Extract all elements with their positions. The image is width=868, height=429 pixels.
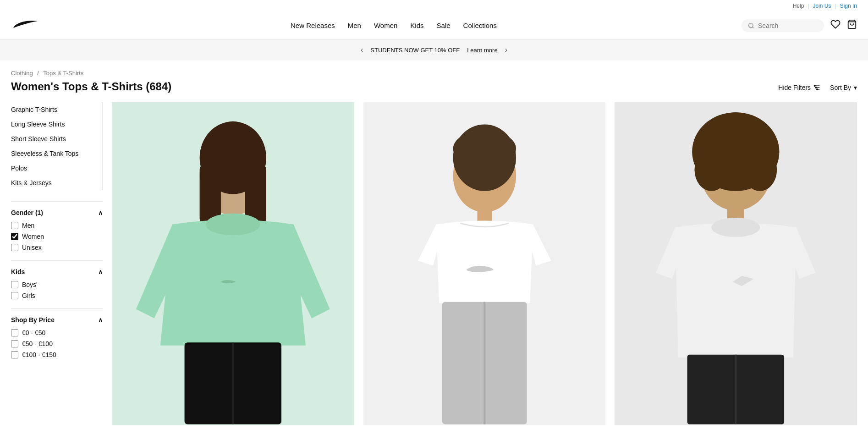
- price-100-150-label: €100 - €150: [22, 351, 56, 358]
- nav-sale[interactable]: Sale: [437, 22, 450, 29]
- product-card-2[interactable]: Just In Nike Sportswear Swoosh Women's S…: [363, 102, 606, 429]
- gender-filter-section: Gender (1) ∧ Men Women Unisex: [11, 201, 103, 251]
- price-filter-section: Shop By Price ∧ €0 - €50 €50 - €100 €100…: [11, 308, 103, 358]
- gender-women-checkbox[interactable]: [11, 233, 18, 240]
- price-filter-header[interactable]: Shop By Price ∧: [11, 316, 103, 324]
- svg-rect-22: [477, 205, 492, 222]
- gender-women-label: Women: [22, 233, 44, 240]
- divider-1: |: [808, 3, 809, 9]
- nike-swoosh-icon: [11, 20, 38, 30]
- help-link[interactable]: Help: [793, 3, 804, 9]
- price-collapse-icon: ∧: [98, 316, 103, 324]
- kids-girls-label: Girls: [22, 292, 35, 299]
- kids-option-girls[interactable]: Girls: [11, 292, 103, 299]
- svg-rect-12: [200, 164, 221, 224]
- hide-filters-button[interactable]: Hide Filters: [778, 84, 821, 91]
- gender-unisex-checkbox[interactable]: [11, 244, 18, 251]
- search-bar[interactable]: [742, 19, 824, 32]
- search-input[interactable]: [758, 22, 818, 29]
- price-option-50-100[interactable]: €50 - €100: [11, 340, 103, 347]
- price-0-50-label: €0 - €50: [22, 329, 45, 336]
- price-50-100-checkbox[interactable]: [11, 340, 18, 347]
- kids-filter-header[interactable]: Kids ∧: [11, 268, 103, 275]
- gender-option-men[interactable]: Men: [11, 222, 103, 229]
- nike-logo[interactable]: [11, 20, 38, 31]
- svg-point-32: [712, 218, 760, 237]
- header-actions: [742, 19, 857, 32]
- gender-collapse-icon: ∧: [98, 209, 103, 216]
- sidebar-item-kits-jerseys[interactable]: Kits & Jerseys: [11, 176, 102, 190]
- product-model-2: [363, 102, 606, 425]
- sidebar: Graphic T-Shirts Long Sleeve Shirts Shor…: [11, 102, 112, 429]
- sidebar-item-graphic-tshirts[interactable]: Graphic T-Shirts: [11, 102, 102, 117]
- nav-women[interactable]: Women: [374, 22, 397, 29]
- product-model-3: [615, 102, 857, 425]
- price-option-100-150[interactable]: €100 - €150: [11, 351, 103, 358]
- product-card-1[interactable]: Just In Nike Sportswear Essential Women'…: [112, 102, 354, 429]
- nav-collections[interactable]: Collections: [463, 22, 497, 29]
- join-us-link[interactable]: Join Us: [813, 3, 831, 9]
- kids-boys-checkbox[interactable]: [11, 281, 18, 288]
- gender-option-unisex[interactable]: Unisex: [11, 244, 103, 251]
- nav-new-releases[interactable]: New Releases: [291, 22, 335, 29]
- category-nav: Graphic T-Shirts Long Sleeve Shirts Shor…: [11, 102, 103, 190]
- filter-icon: [813, 84, 821, 91]
- svg-point-8: [817, 89, 818, 90]
- bag-icon[interactable]: [847, 19, 857, 32]
- sort-by-button[interactable]: Sort By ▾: [830, 84, 857, 91]
- svg-point-0: [749, 23, 753, 27]
- sort-by-chevron-icon: ▾: [854, 84, 857, 91]
- wishlist-icon[interactable]: [830, 19, 841, 32]
- price-filter-label: Shop By Price: [11, 316, 55, 324]
- page-container: Clothing / Tops & T-Shirts Women's Tops …: [0, 60, 868, 429]
- gender-option-women[interactable]: Women: [11, 233, 103, 240]
- gender-filter-header[interactable]: Gender (1) ∧: [11, 209, 103, 216]
- kids-filter-label: Kids: [11, 268, 25, 275]
- learn-more-link[interactable]: Learn more: [467, 47, 497, 54]
- promo-banner: ‹ STUDENTS NOW GET 10% OFF Learn more ›: [0, 39, 868, 60]
- gender-men-checkbox[interactable]: [11, 222, 18, 229]
- product-model-1: [112, 102, 354, 425]
- svg-rect-13: [245, 164, 266, 224]
- svg-point-15: [206, 214, 260, 236]
- price-option-0-50[interactable]: €0 - €50: [11, 329, 103, 336]
- svg-line-1: [753, 27, 754, 28]
- sidebar-item-long-sleeve[interactable]: Long Sleeve Shirts: [11, 117, 102, 132]
- kids-girls-checkbox[interactable]: [11, 292, 18, 299]
- divider-2: |: [835, 3, 836, 9]
- hide-filters-label: Hide Filters: [778, 84, 811, 91]
- svg-point-30: [703, 124, 769, 160]
- price-0-50-checkbox[interactable]: [11, 329, 18, 336]
- top-bar: Help | Join Us | Sign In: [0, 0, 868, 12]
- search-icon: [748, 22, 754, 29]
- filter-sort-bar: Hide Filters Sort By ▾: [778, 84, 857, 91]
- product-grid: Just In Nike Sportswear Essential Women'…: [112, 102, 857, 429]
- kids-filter-section: Kids ∧ Boys' Girls: [11, 260, 103, 299]
- sidebar-item-polos[interactable]: Polos: [11, 161, 102, 176]
- breadcrumb-clothing[interactable]: Clothing: [11, 70, 33, 77]
- site-header: New Releases Men Women Kids Sale Collect…: [0, 12, 868, 39]
- page-title: Women's Tops & T-Shirts (684): [11, 80, 171, 93]
- price-100-150-checkbox[interactable]: [11, 351, 18, 358]
- nav-kids[interactable]: Kids: [410, 22, 423, 29]
- sidebar-item-sleeveless[interactable]: Sleeveless & Tank Tops: [11, 146, 102, 161]
- sort-by-label: Sort By: [830, 84, 851, 91]
- product-card-3[interactable]: Just In Nike Pro Women's Mesh Top (Plus …: [615, 102, 857, 429]
- gender-men-label: Men: [22, 222, 34, 229]
- main-nav: New Releases Men Women Kids Sale Collect…: [46, 22, 742, 29]
- promo-text: STUDENTS NOW GET 10% OFF: [370, 47, 460, 54]
- kids-collapse-icon: ∧: [98, 268, 103, 275]
- price-50-100-label: €50 - €100: [22, 340, 53, 347]
- promo-next-button[interactable]: ›: [505, 46, 507, 54]
- product-image-3: [615, 102, 857, 425]
- breadcrumb-tops[interactable]: Tops & T-Shirts: [43, 70, 83, 77]
- nav-men[interactable]: Men: [348, 22, 361, 29]
- sign-in-link[interactable]: Sign In: [840, 3, 857, 9]
- main-content: Graphic T-Shirts Long Sleeve Shirts Shor…: [11, 102, 857, 429]
- promo-prev-button[interactable]: ‹: [361, 46, 363, 54]
- svg-point-6: [814, 85, 815, 87]
- svg-point-7: [815, 87, 817, 88]
- kids-option-boys[interactable]: Boys': [11, 281, 103, 288]
- sidebar-item-short-sleeve[interactable]: Short Sleeve Shirts: [11, 132, 102, 146]
- breadcrumb: Clothing / Tops & T-Shirts: [11, 70, 857, 77]
